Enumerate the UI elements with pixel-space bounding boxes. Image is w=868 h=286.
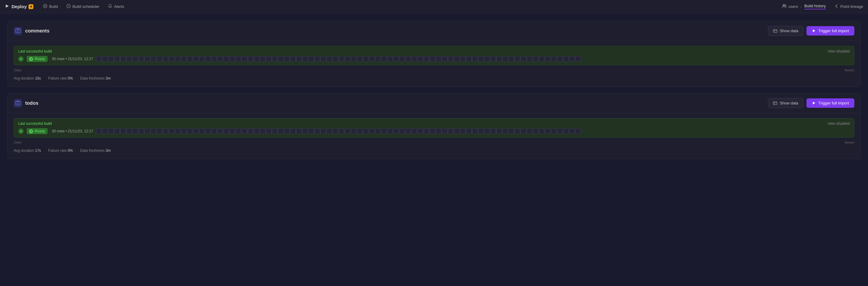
build-scheduler-icon [66,4,71,9]
outer-check-todos [18,128,24,134]
status-text-todos: Ready [35,129,45,133]
timeline-square [387,128,393,134]
deploy-badge: ★ [29,4,33,9]
timeline-square [575,128,581,134]
timeline-square [508,56,514,62]
timeline-square [357,56,363,62]
timeline-square [460,128,466,134]
timeline-square [272,128,278,134]
view-disabled-label-comments[interactable]: View disabled [827,49,850,53]
timeline-square [533,128,538,134]
timeline-square [96,56,102,62]
card-header-comments: comments Show data [8,21,860,41]
trigger-import-button-todos[interactable]: Trigger full import [806,98,854,108]
timeline-square [424,128,429,134]
breadcrumb-build-history[interactable]: Build history [804,4,826,9]
timeline-square [223,56,229,62]
view-disabled-label-todos[interactable]: View disabled [827,121,850,126]
timeline-square [205,128,211,134]
failure-rate-value-comments: 0% [68,76,73,81]
trigger-import-button-comments[interactable]: Trigger full import [806,26,854,35]
timeline-square [399,128,405,134]
timeline-square [557,128,563,134]
timeline-square [138,56,144,62]
breadcrumb-users-link[interactable]: users [782,4,798,9]
nav-item-alerts[interactable]: Alerts [104,2,128,11]
timeline-square [151,128,156,134]
timeline-square [302,56,308,62]
show-data-button-todos[interactable]: Show data [768,98,803,108]
timeline-square [393,128,399,134]
breadcrumb-point-lineage[interactable]: Point lineage [834,4,863,9]
timeline-square [448,56,454,62]
timeline-square [187,56,193,62]
timeline-square [169,128,175,134]
nav-right: users › Build history Point lineage [782,4,863,9]
nav-build-scheduler-label: Build scheduler [72,4,99,9]
timeline-square [242,56,247,62]
top-nav: Deploy ★ Build Build scheduler [0,0,868,13]
timeline-square [478,128,484,134]
timeline-square [175,56,181,62]
timeline-square [254,128,259,134]
deploy-nav-item[interactable]: Deploy ★ [5,4,33,9]
timeline-square [478,56,484,62]
timeline-square [484,128,490,134]
show-data-button-comments[interactable]: Show data [768,26,803,36]
older-newer-row-comments: Older Newer [14,68,854,72]
timeline-square [381,128,387,134]
timeline-square [254,56,259,62]
build-icon [43,4,47,9]
status-badge-todos: Ready [27,128,48,134]
timeline-square [339,128,344,134]
nav-item-build-scheduler[interactable]: Build scheduler [63,2,103,11]
timeline-square [132,128,138,134]
timeline-square [320,128,326,134]
card-actions-todos: Show data Trigger full import [768,98,854,108]
timeline-square [308,56,314,62]
timeline-square [120,128,126,134]
svg-rect-11 [16,102,20,105]
build-status-label-comments: Last successful build [18,49,52,53]
status-text-comments: Ready [35,57,45,61]
timeline-square [145,56,150,62]
timeline-square [484,56,490,62]
timeline-square [290,128,296,134]
timeline-square [545,56,551,62]
timeline-square [496,56,502,62]
older-label-comments: Older [14,68,22,72]
timeline-square [454,56,460,62]
timeline-square [199,56,205,62]
timeline-square [490,56,496,62]
deploy-label: Deploy [11,4,27,9]
timeline-square [381,56,387,62]
card-icon-todos [14,99,22,108]
timeline-square [163,128,168,134]
timeline-square [229,128,235,134]
card-actions-comments: Show data Trigger full import [768,26,854,36]
avg-duration-stat-todos: Avg duration 17s [14,148,41,153]
timeline-square [157,128,162,134]
failure-rate-value-todos: 0% [68,148,73,153]
timeline-square [375,128,381,134]
timeline-square [502,56,508,62]
data-freshness-value-todos: 3m [105,148,111,153]
timeline-square [430,56,435,62]
svg-rect-5 [16,29,20,29]
newer-label-todos: Newer [845,141,854,144]
timeline-row-todos [96,128,850,134]
timeline-square [272,56,278,62]
timeline-square [138,128,144,134]
timeline-square [369,128,375,134]
nav-item-build[interactable]: Build [39,2,62,11]
timeline-square [181,128,187,134]
timeline-square [405,128,411,134]
timeline-square [266,56,272,62]
deploy-icon [5,4,10,9]
older-newer-row-todos: Older Newer [14,141,854,144]
data-freshness-value-comments: 3m [105,76,111,81]
timeline-square [296,56,302,62]
avg-duration-value-todos: 17s [35,148,41,153]
timeline-square [163,56,168,62]
card-title-todos: todos [25,101,765,106]
